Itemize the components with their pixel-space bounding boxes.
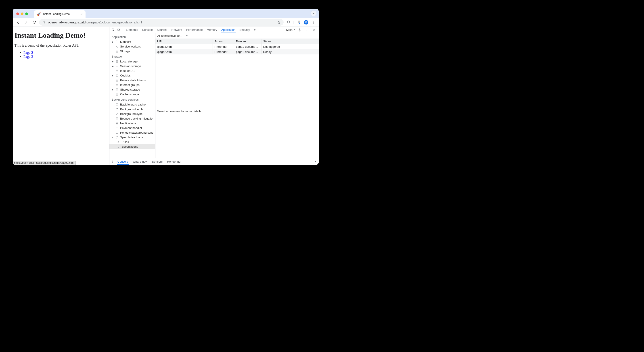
device-toggle-icon[interactable]	[116, 27, 122, 33]
table-cell: /page3.html	[156, 44, 213, 49]
reload-button[interactable]	[31, 19, 37, 25]
db-icon	[115, 88, 119, 91]
settings-gear-icon[interactable]	[297, 28, 302, 32]
sidebar-item[interactable]: ▶Shared storage	[110, 87, 155, 92]
devtools-tab-security[interactable]: Security	[237, 27, 252, 33]
devtools-tab-memory[interactable]: Memory	[205, 27, 219, 33]
sidebar-item[interactable]: ▶Manifest	[110, 39, 155, 44]
drawer-tab-console[interactable]: Console	[115, 158, 130, 165]
content-area: Instant Loading Demo! This is a demo of …	[13, 27, 319, 165]
svg-point-27	[116, 117, 118, 118]
devtools-menu-icon[interactable]	[304, 28, 310, 31]
sidebar-subitem[interactable]: Rules	[110, 140, 155, 144]
table-row[interactable]: /page2.htmlPrerenderpage1-document-…Read…	[156, 49, 319, 54]
sidebar-item[interactable]: Storage	[110, 49, 155, 53]
sidebar-item[interactable]: Back/forward cache	[110, 102, 155, 107]
col-url[interactable]: URL	[156, 39, 213, 44]
devtools-tab-console[interactable]: Console	[140, 27, 155, 33]
devtools-close-icon[interactable]: ✕	[311, 28, 317, 31]
devtools-tab-network[interactable]: Network	[170, 27, 184, 33]
tab-favicon: 🚀	[37, 12, 41, 16]
sidebar-item[interactable]: Payment handler	[110, 126, 155, 130]
tab-title: Instant Loading Demo!	[42, 12, 80, 16]
svg-point-13	[116, 46, 117, 47]
sidebar-item-label: Background fetch	[120, 107, 143, 111]
sidebar-subitem[interactable]: Speculations	[110, 144, 155, 149]
sidebar-item-label: Cache storage	[120, 93, 139, 96]
file-icon	[115, 40, 119, 44]
svg-point-9	[299, 29, 300, 30]
sidebar-item[interactable]: IndexedDB	[110, 68, 155, 73]
page-link-3[interactable]: Page 3	[24, 55, 33, 58]
bookmark-star-icon[interactable]	[277, 20, 281, 24]
sidebar-item-label: Notifications	[120, 122, 136, 125]
sidebar-item[interactable]: ▶Session storage	[110, 64, 155, 68]
site-settings-icon[interactable]	[42, 20, 46, 24]
devtools-tab-sources[interactable]: Sources	[155, 27, 170, 33]
tab-list-dropdown[interactable]	[311, 11, 316, 16]
devtools-tab-application[interactable]: Application	[219, 27, 238, 33]
sidebar-item[interactable]: Service workers	[110, 44, 155, 49]
sidebar-item-label: Rules	[122, 140, 129, 144]
col-status[interactable]: Status	[262, 39, 319, 44]
sidebar-item-label: Manifest	[120, 40, 131, 43]
labs-icon[interactable]	[296, 19, 302, 25]
devtools-panel: Elements Console Sources Network Perform…	[109, 27, 319, 165]
sidebar-item-label: Session storage	[120, 64, 141, 68]
url-text: open-chalk-asparagus.glitch.me/page1-doc…	[48, 20, 142, 24]
profile-avatar[interactable]: B	[304, 20, 308, 24]
sidebar-item[interactable]: ▶Local storage	[110, 59, 155, 64]
sidebar-item[interactable]: Private state tokens	[110, 78, 155, 82]
forward-button[interactable]	[23, 19, 29, 25]
devtools-tab-performance[interactable]: Performance	[184, 27, 204, 33]
tab-close-button[interactable]: ✕	[80, 12, 83, 16]
sidebar-item-label: Background sync	[120, 112, 142, 116]
browser-menu-icon[interactable]	[310, 19, 316, 25]
svg-point-31	[112, 161, 112, 162]
sidebar-item[interactable]: Background sync	[110, 111, 155, 116]
sidebar-item[interactable]: Notifications	[110, 121, 155, 126]
sidebar-item[interactable]: Periodic background sync	[110, 130, 155, 135]
svg-point-19	[116, 74, 118, 76]
svg-point-32	[112, 162, 112, 163]
sidebar-item[interactable]: ▶Cookies	[110, 73, 155, 78]
drawer-menu-icon[interactable]	[110, 158, 115, 165]
window-close-button[interactable]	[16, 12, 19, 15]
address-bar[interactable]: open-chalk-asparagus.glitch.me/page1-doc…	[39, 19, 284, 26]
svg-point-2	[299, 23, 300, 24]
drawer-tab-whatsnew[interactable]: What's new	[130, 158, 150, 165]
extensions-icon[interactable]	[286, 19, 292, 25]
svg-point-23	[116, 84, 118, 84]
sidebar-item[interactable]: ▼Speculative loads	[110, 135, 155, 140]
sidebar-item[interactable]: Cache storage	[110, 92, 155, 97]
devtools-tab-bar: Elements Console Sources Network Perform…	[110, 27, 319, 33]
window-minimize-button[interactable]	[21, 12, 24, 15]
back-button[interactable]	[15, 19, 21, 25]
drawer-tab-sensors[interactable]: Sensors	[150, 158, 165, 165]
sidebar-item[interactable]: Bounce tracking mitigation	[110, 116, 155, 121]
svg-point-1	[44, 22, 45, 23]
table-cell: page1-document-…	[234, 44, 262, 49]
speculation-filter-select[interactable]: All speculative loa…	[157, 34, 188, 37]
col-ruleset[interactable]: Rule set	[234, 39, 262, 44]
svg-point-5	[313, 23, 314, 23]
application-main: All speculative loa… URL Action Rule set…	[156, 33, 319, 158]
drawer-tab-rendering[interactable]: Rendering	[165, 158, 183, 165]
table-cell: Not triggered	[262, 44, 319, 49]
window-maximize-button[interactable]	[25, 12, 28, 15]
page-heading: Instant Loading Demo!	[14, 31, 108, 39]
inspect-icon[interactable]	[110, 27, 116, 33]
devtools-tab-elements[interactable]: Elements	[124, 27, 140, 33]
sidebar-item-label: Cookies	[120, 74, 131, 77]
browser-tab[interactable]: 🚀 Instant Loading Demo! ✕	[34, 10, 86, 18]
svg-point-15	[116, 50, 118, 51]
page-link-2[interactable]: Page 2	[24, 51, 33, 54]
more-tabs-icon[interactable]	[252, 27, 258, 33]
target-selector[interactable]: Main	[286, 28, 296, 31]
new-tab-button[interactable]: ＋	[87, 11, 93, 17]
sidebar-item[interactable]: Interest groups	[110, 82, 155, 87]
sidebar-item[interactable]: Background fetch	[110, 107, 155, 111]
table-row[interactable]: /page3.htmlPrerenderpage1-document-…Not …	[156, 44, 319, 49]
col-action[interactable]: Action	[213, 39, 234, 44]
drawer-close-icon[interactable]: ✕	[312, 158, 319, 165]
